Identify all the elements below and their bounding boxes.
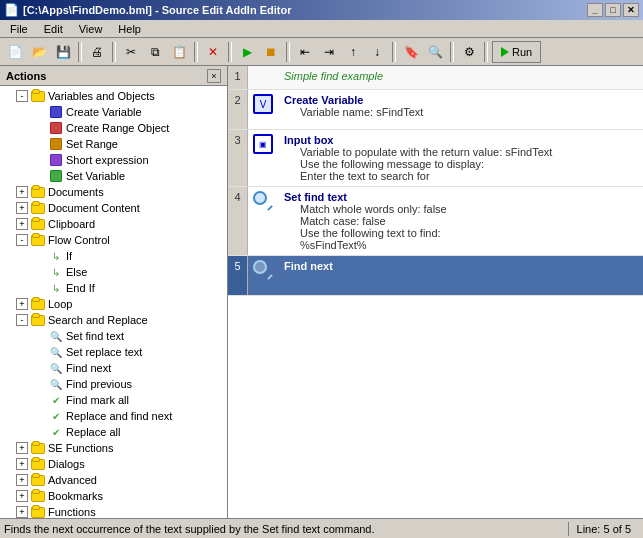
sidebar-item-if[interactable]: ↳ If [0,248,227,264]
tree-item-label: Set Range [66,138,118,150]
panel-close-button[interactable]: × [207,69,221,83]
indent-button[interactable]: ⇤ [294,41,316,63]
tree-item-label: Documents [48,186,104,198]
expand-icon[interactable]: - [16,90,28,102]
outdent-button[interactable]: ⇥ [318,41,340,63]
settings-button[interactable]: ⚙ [458,41,480,63]
toolbar-sep-6 [392,42,396,62]
sidebar-item-loop[interactable]: + Loop [0,296,227,312]
toolbar-sep-1 [78,42,82,62]
sidebar-item-set-range[interactable]: Set Range [0,136,227,152]
script-row-4[interactable]: 4 Set find text Match whole words only: … [228,187,643,256]
new-button[interactable]: 📄 [4,41,26,63]
sidebar-item-create-range-object[interactable]: Create Range Object [0,120,227,136]
play-button[interactable]: ▶ [236,41,258,63]
sidebar-item-clipboard[interactable]: + Clipboard [0,216,227,232]
expand-icon[interactable]: + [16,474,28,486]
stop-button[interactable]: ⏹ [260,41,282,63]
main-content: Actions × - Variables and Objects Create… [0,66,643,518]
tree-item-label: SE Functions [48,442,113,454]
run-button[interactable]: Run [492,41,541,63]
check-icon: ✔ [48,409,64,423]
script-row-5[interactable]: 5 Find next [228,256,643,296]
copy-button[interactable]: ⧉ [144,41,166,63]
expand-icon[interactable]: + [16,458,28,470]
folder-icon [30,457,46,471]
status-separator [568,522,569,536]
line-num-3: 3 [228,130,248,186]
script-content-header: Simple find example [278,66,643,89]
sidebar-item-flow-control[interactable]: - Flow Control [0,232,227,248]
expand-icon[interactable]: + [16,298,28,310]
sidebar-item-replace-all[interactable]: ✔ Replace all [0,424,227,440]
script-content-2: Create Variable Variable name: sFindText [278,90,643,129]
sidebar-item-find-next[interactable]: 🔍 Find next [0,360,227,376]
print-button[interactable]: 🖨 [86,41,108,63]
sidebar-item-create-variable[interactable]: Create Variable [0,104,227,120]
sidebar-item-end-if[interactable]: ↳ End If [0,280,227,296]
move-down-button[interactable]: ↓ [366,41,388,63]
sidebar-item-variables-and-objects[interactable]: - Variables and Objects [0,88,227,104]
sidebar-item-find-mark-all[interactable]: ✔ Find mark all [0,392,227,408]
sidebar-item-document-content[interactable]: + Document Content [0,200,227,216]
sidebar-item-documents[interactable]: + Documents [0,184,227,200]
open-button[interactable]: 📂 [28,41,50,63]
step-title-5: Find next [284,260,637,272]
tree-item-label: Short expression [66,154,149,166]
folder-icon [30,473,46,487]
move-up-button[interactable]: ↑ [342,41,364,63]
tree-area[interactable]: - Variables and Objects Create Variable … [0,86,227,518]
bookmark-button[interactable]: 🔖 [400,41,422,63]
expand-icon[interactable]: + [16,442,28,454]
cut-button[interactable]: ✂ [120,41,142,63]
close-button[interactable]: ✕ [623,3,639,17]
status-position: Line: 5 of 5 [577,523,639,535]
sidebar-item-se-functions[interactable]: + SE Functions [0,440,227,456]
menu-help[interactable]: Help [112,22,147,36]
sidebar-item-search-and-replace[interactable]: - Search and Replace [0,312,227,328]
expand-icon[interactable]: + [16,506,28,518]
expand-icon[interactable]: + [16,186,28,198]
tree-item-label: Loop [48,298,72,310]
expand-icon[interactable]: - [16,234,28,246]
sidebar-item-set-variable[interactable]: Set Variable [0,168,227,184]
delete-button[interactable]: ✕ [202,41,224,63]
sidebar-item-set-find-text[interactable]: 🔍 Set find text [0,328,227,344]
sidebar-item-find-previous[interactable]: 🔍 Find previous [0,376,227,392]
sidebar-item-else[interactable]: ↳ Else [0,264,227,280]
sidebar-item-set-replace-text[interactable]: 🔍 Set replace text [0,344,227,360]
expand-icon[interactable]: + [16,202,28,214]
expand-icon[interactable]: - [16,314,28,326]
sidebar-item-short-expression[interactable]: Short expression [0,152,227,168]
tree-item-label: Clipboard [48,218,95,230]
step-title-4: Set find text [284,191,637,203]
sidebar-item-replace-and-next[interactable]: ✔ Replace and find next [0,408,227,424]
paste-button[interactable]: 📋 [168,41,190,63]
minimize-button[interactable]: _ [587,3,603,17]
check-icon: ✔ [48,425,64,439]
script-content-5: Find next [278,256,643,295]
sidebar-item-dialogs[interactable]: + Dialogs [0,456,227,472]
sidebar-item-functions[interactable]: + Functions [0,504,227,518]
menu-view[interactable]: View [73,22,109,36]
item-icon [48,137,64,151]
expand-icon[interactable]: + [16,490,28,502]
save-button[interactable]: 💾 [52,41,74,63]
right-panel[interactable]: 1 Simple find example 2 V Create Variabl… [228,66,643,518]
tree-item-label: Dialogs [48,458,85,470]
menu-edit[interactable]: Edit [38,22,69,36]
tree-item-label: If [66,250,72,262]
maximize-button[interactable]: □ [605,3,621,17]
tree-item-label: Set Variable [66,170,125,182]
menu-bar: File Edit View Help [0,20,643,38]
find-button[interactable]: 🔍 [424,41,446,63]
sidebar-item-bookmarks[interactable]: + Bookmarks [0,488,227,504]
input-box-icon: ▣ [253,134,273,154]
step-detail-4-1: Match case: false [300,215,637,227]
menu-file[interactable]: File [4,22,34,36]
script-row-3[interactable]: 3 ▣ Input box Variable to populate with … [228,130,643,187]
item-icon [48,121,64,135]
script-row-2[interactable]: 2 V Create Variable Variable name: sFind… [228,90,643,130]
sidebar-item-advanced[interactable]: + Advanced [0,472,227,488]
expand-icon[interactable]: + [16,218,28,230]
